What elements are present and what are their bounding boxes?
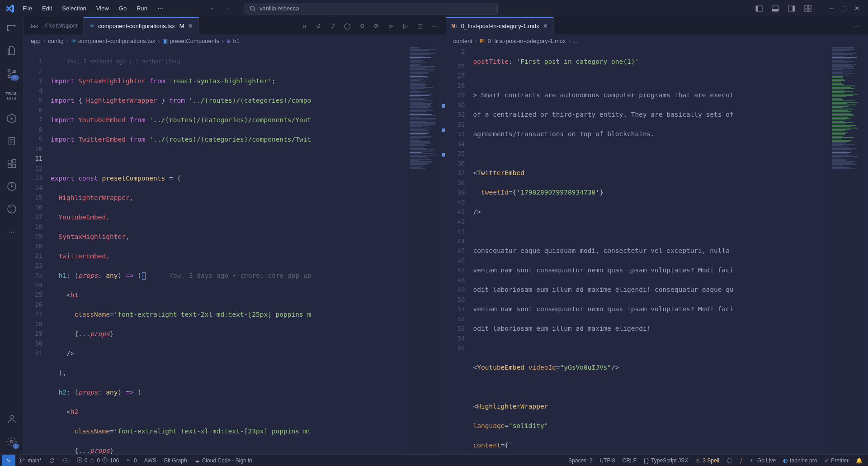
close-icon[interactable]: ✕ — [188, 23, 193, 29]
tab-label: component-configurations.tsx — [98, 23, 175, 29]
status-cloudcode[interactable]: ☁Cloud Code - Sign in — [191, 457, 256, 464]
bc-symbol-preset[interactable]: ▣ presetComponents — [162, 38, 219, 44]
tab-postwrapper[interactable]: .tsx ..\PostWrapper — [24, 17, 84, 34]
close-icon[interactable]: ✕ — [543, 23, 548, 29]
svg-rect-11 — [808, 9, 811, 12]
status-spaces[interactable]: Spaces: 2 — [565, 457, 596, 464]
status-eslint[interactable] — [723, 457, 736, 464]
status-language[interactable]: { }TypeScript JSX — [640, 457, 692, 464]
bc-symbol-h1[interactable]: ◈ h1 — [226, 38, 239, 44]
activity-hex-icon[interactable] — [5, 112, 18, 125]
command-center[interactable]: vanilla-rebecca — [245, 3, 498, 14]
title-bar: File Edit Selection View Go Run ⋯ ← → va… — [0, 0, 868, 17]
svg-line-1 — [254, 10, 256, 11]
status-tabnine[interactable]: ◐tabnine pro — [779, 457, 821, 464]
gitlens-toggle-icon[interactable]: ɢ — [300, 22, 308, 30]
remote-indicator[interactable] — [2, 455, 15, 466]
breadcrumb-left[interactable]: app› config› ⚛ component-configurations.… — [24, 34, 446, 47]
activity-quokka-icon[interactable] — [5, 203, 18, 215]
bc-app[interactable]: app — [31, 38, 41, 44]
run-icon[interactable]: ▷ — [401, 22, 410, 30]
window-minimize-icon[interactable]: ─ — [827, 5, 835, 13]
svg-rect-19 — [8, 160, 11, 163]
bc-more[interactable]: … — [573, 38, 579, 44]
activity-docs-icon[interactable] — [5, 135, 18, 147]
layout-panel-icon[interactable] — [771, 5, 779, 13]
window-maximize-icon[interactable]: ▢ — [840, 5, 848, 13]
status-cloud-up[interactable] — [59, 457, 73, 464]
tab-first-post[interactable]: M↓ 0_first-post-in-category-1.mdx ✕ — [446, 17, 554, 34]
status-encoding[interactable]: UTF-8 — [596, 457, 618, 464]
status-prettier[interactable]: ✓Prettier — [821, 457, 852, 464]
window-close-icon[interactable]: ✕ — [853, 5, 861, 13]
activity-liveshare-icon[interactable] — [5, 22, 18, 34]
status-gitgraph[interactable]: Git Graph — [160, 457, 191, 464]
activity-extensions-icon[interactable] — [5, 157, 18, 170]
overview-ruler-right[interactable] — [862, 47, 868, 454]
menu-selection[interactable]: Selection — [57, 3, 90, 14]
menu-go[interactable]: Go — [114, 3, 131, 14]
nav-next-icon[interactable]: ⟳ — [373, 22, 381, 30]
bc-file[interactable]: M↓ 0_first-post-in-category-1.mdx — [480, 38, 566, 44]
svg-point-27 — [10, 415, 14, 419]
menu-more[interactable]: ⋯ — [153, 3, 168, 14]
svg-rect-10 — [805, 9, 807, 12]
bc-content[interactable]: content — [453, 38, 473, 44]
editor-body-left[interactable]: 1000 12345678910111213141516171819202122… — [24, 47, 446, 454]
bc-config[interactable]: config — [48, 38, 64, 44]
menu-view[interactable]: View — [92, 3, 113, 14]
activity-settings-icon[interactable]: 1 — [5, 435, 18, 448]
nav-back-icon[interactable]: ← — [208, 5, 217, 13]
editor-pane-left: .tsx ..\PostWrapper ⚛ component-configur… — [24, 17, 446, 454]
status-bell-icon[interactable]: 🔔 — [852, 457, 866, 464]
status-aws[interactable]: AWS — [141, 457, 160, 464]
menu-bar: File Edit Selection View Go Run ⋯ — [18, 3, 168, 14]
minimap-right[interactable] — [830, 47, 862, 454]
overview-ruler-left[interactable] — [439, 47, 446, 454]
link-icon[interactable]: ∞ — [387, 22, 395, 30]
activity-gitlens-icon[interactable] — [5, 180, 18, 193]
status-spell[interactable]: ⚠3 Spell — [692, 457, 723, 464]
more-icon[interactable]: ⋯ — [430, 22, 439, 30]
compare-icon[interactable]: ⇵ — [329, 22, 337, 30]
layout-customize-icon[interactable] — [804, 5, 812, 13]
activity-trailbits-icon[interactable]: TRAILBITS — [5, 90, 18, 102]
editor-body-right[interactable]: 2262728293031323334353637383940414243444… — [446, 47, 868, 454]
menu-edit[interactable]: Edit — [38, 3, 57, 14]
layout-sidebar-right-icon[interactable] — [788, 5, 796, 13]
tab-component-configurations[interactable]: ⚛ component-configurations.tsx M ✕ — [84, 17, 199, 34]
status-golive[interactable]: ᯤGo Live — [746, 457, 779, 464]
search-text: vanilla-rebecca — [259, 5, 299, 12]
menu-run[interactable]: Run — [132, 3, 152, 14]
code-area-right[interactable]: postTitle: 'First post in category one(1… — [473, 47, 830, 454]
status-ports[interactable]: ᯤ0 — [123, 457, 141, 464]
minimap-left[interactable] — [408, 47, 439, 454]
status-eol[interactable]: CRLF — [618, 457, 640, 464]
menu-file[interactable]: File — [18, 3, 37, 14]
layout-sidebar-left-icon[interactable] — [755, 5, 763, 13]
status-sync[interactable] — [45, 457, 59, 464]
status-problems[interactable]: ⓧ0 ⚠0 ⓘ106 — [73, 456, 123, 464]
code-area-left[interactable]: You, 5 seconds ago | 1 author (You) impo… — [51, 47, 408, 454]
breadcrumb-right[interactable]: content› M↓ 0_first-post-in-category-1.m… — [446, 34, 868, 47]
history-icon[interactable]: ↺ — [315, 22, 323, 30]
tab-label: 0_first-post-in-category-1.mdx — [461, 23, 539, 29]
more-icon[interactable]: ⋯ — [853, 22, 861, 30]
status-branch[interactable]: main* — [15, 457, 45, 464]
activity-explorer-icon[interactable] — [5, 44, 18, 57]
find-icon[interactable]: ◯ — [344, 22, 352, 30]
activity-scm-icon[interactable]: 11 — [5, 67, 18, 80]
svg-point-30 — [20, 461, 21, 463]
nav-prev-icon[interactable]: ⟲ — [358, 22, 366, 30]
vscode-logo-icon — [4, 4, 16, 13]
nav-forward-icon[interactable]: → — [223, 5, 231, 13]
activity-more-icon[interactable]: ⋯ — [5, 225, 18, 238]
status-bar: main* ⓧ0 ⚠0 ⓘ106 ᯤ0 AWS Git Graph ☁Cloud… — [0, 454, 868, 466]
activity-account-icon[interactable] — [5, 413, 18, 425]
bc-file[interactable]: ⚛ component-configurations.tsx — [71, 38, 155, 44]
split-icon[interactable]: ◫ — [416, 22, 424, 30]
svg-point-0 — [250, 6, 255, 10]
svg-rect-9 — [808, 5, 811, 8]
status-block[interactable]: ⧸ — [736, 457, 746, 464]
text-cursor — [142, 272, 146, 280]
